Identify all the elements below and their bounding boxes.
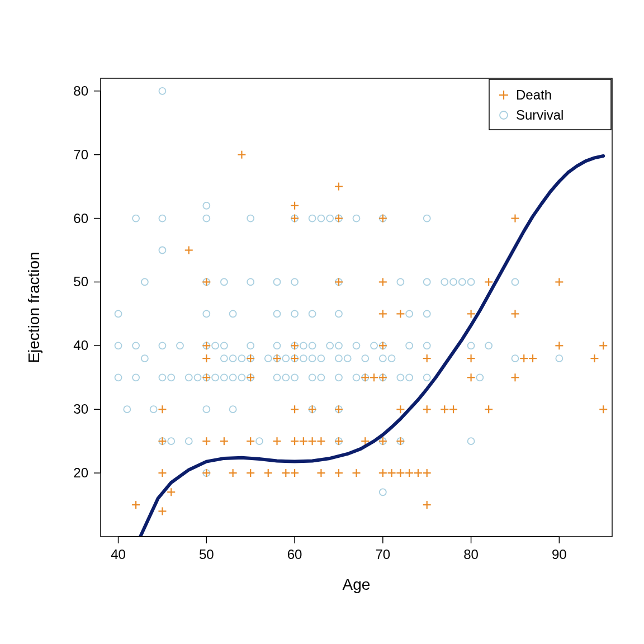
svg-point-49 — [265, 355, 272, 362]
svg-point-115 — [476, 374, 483, 381]
x-tick-label: 90 — [552, 547, 567, 562]
svg-point-40 — [230, 310, 236, 317]
svg-point-3 — [115, 310, 122, 317]
svg-point-35 — [221, 342, 228, 349]
svg-point-108 — [424, 215, 430, 222]
svg-point-86 — [353, 342, 360, 349]
x-tick-label: 40 — [111, 547, 126, 562]
svg-point-100 — [397, 278, 404, 285]
svg-point-118 — [512, 278, 518, 285]
x-tick-label: 70 — [375, 547, 390, 562]
svg-point-72 — [318, 355, 324, 362]
legend-entry-label: Death — [516, 87, 552, 102]
y-tick-label: 80 — [73, 83, 88, 98]
svg-point-97 — [389, 355, 395, 362]
svg-point-56 — [282, 355, 289, 362]
svg-point-119 — [556, 355, 562, 362]
svg-point-57 — [291, 374, 298, 381]
svg-point-110 — [450, 278, 457, 285]
x-tick-label: 50 — [199, 547, 214, 562]
y-tick-label: 60 — [73, 211, 88, 226]
svg-point-69 — [309, 310, 316, 317]
svg-point-19 — [177, 342, 183, 349]
svg-point-104 — [424, 374, 430, 381]
series-survival — [115, 88, 563, 496]
svg-point-36 — [221, 278, 228, 285]
svg-point-87 — [353, 215, 360, 222]
svg-point-14 — [159, 247, 165, 254]
svg-point-80 — [335, 342, 342, 349]
y-tick-label: 40 — [73, 338, 88, 353]
svg-point-68 — [309, 342, 316, 349]
svg-point-111 — [459, 278, 466, 285]
svg-point-103 — [406, 310, 413, 317]
svg-point-46 — [247, 278, 254, 285]
y-tick-label: 50 — [73, 274, 88, 289]
svg-point-54 — [274, 278, 281, 285]
svg-point-74 — [326, 342, 333, 349]
y-tick-label: 30 — [73, 401, 88, 416]
svg-point-45 — [247, 342, 254, 349]
svg-point-70 — [309, 215, 316, 222]
y-axis-label: Ejection fraction — [25, 252, 42, 363]
svg-point-37 — [230, 406, 236, 413]
svg-point-12 — [159, 342, 165, 349]
svg-point-84 — [344, 355, 351, 362]
svg-point-106 — [424, 310, 430, 317]
svg-point-4 — [124, 406, 130, 413]
svg-point-66 — [309, 374, 316, 381]
svg-point-101 — [406, 374, 413, 381]
svg-point-94 — [380, 355, 386, 362]
svg-point-5 — [132, 374, 139, 381]
svg-point-23 — [203, 406, 210, 413]
svg-point-32 — [212, 342, 219, 349]
svg-point-64 — [300, 342, 307, 349]
svg-point-71 — [318, 374, 324, 381]
svg-point-113 — [468, 278, 475, 285]
svg-point-21 — [186, 374, 192, 381]
svg-point-39 — [230, 355, 236, 362]
svg-point-105 — [424, 342, 430, 349]
svg-point-17 — [168, 374, 174, 381]
svg-point-20 — [186, 438, 192, 444]
svg-point-99 — [397, 374, 404, 381]
x-tick-label: 80 — [463, 547, 479, 562]
svg-point-2 — [115, 342, 122, 349]
svg-point-22 — [195, 374, 201, 381]
svg-point-61 — [291, 278, 298, 285]
svg-point-116 — [485, 342, 492, 349]
scatter-chart: 40506070809020304050607080 DeathSurvival… — [0, 0, 644, 644]
svg-point-89 — [362, 355, 368, 362]
svg-point-91 — [380, 489, 386, 495]
svg-point-18 — [168, 438, 174, 444]
svg-point-52 — [274, 342, 281, 349]
svg-point-29 — [203, 202, 210, 209]
svg-point-109 — [441, 278, 448, 285]
plot-frame — [101, 78, 612, 537]
svg-point-102 — [406, 342, 413, 349]
svg-point-67 — [309, 355, 316, 362]
svg-point-42 — [238, 355, 245, 362]
svg-point-53 — [274, 310, 281, 317]
legend-entry-label: Survival — [516, 107, 564, 122]
svg-point-11 — [159, 374, 165, 381]
svg-point-73 — [318, 215, 324, 222]
chart-container: 40506070809020304050607080 DeathSurvival… — [0, 0, 644, 644]
svg-point-75 — [326, 215, 333, 222]
svg-point-41 — [238, 374, 245, 381]
svg-point-1 — [115, 374, 122, 381]
svg-point-50 — [274, 374, 281, 381]
svg-point-79 — [335, 355, 342, 362]
svg-point-26 — [203, 310, 210, 317]
svg-point-107 — [424, 278, 430, 285]
svg-point-90 — [371, 342, 377, 349]
svg-point-38 — [230, 374, 236, 381]
svg-point-63 — [300, 355, 307, 362]
svg-point-10 — [150, 406, 157, 413]
svg-point-7 — [132, 215, 139, 222]
svg-point-78 — [335, 374, 342, 381]
svg-point-28 — [203, 215, 210, 222]
svg-point-114 — [468, 342, 475, 349]
y-tick-label: 20 — [73, 465, 88, 480]
svg-point-33 — [221, 374, 228, 381]
